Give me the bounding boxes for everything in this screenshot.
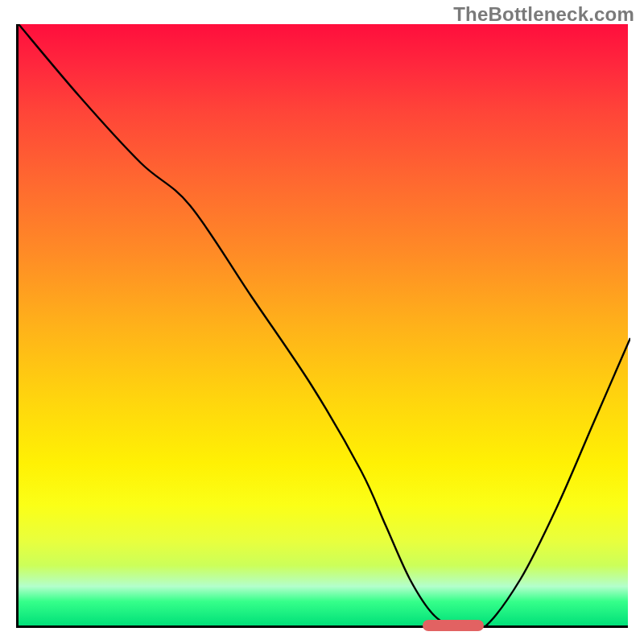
chart-plot-area: [16, 24, 628, 628]
bottleneck-curve: [19, 24, 630, 628]
watermark-text: TheBottleneck.com: [453, 3, 634, 26]
optimal-range-marker: [423, 620, 484, 631]
